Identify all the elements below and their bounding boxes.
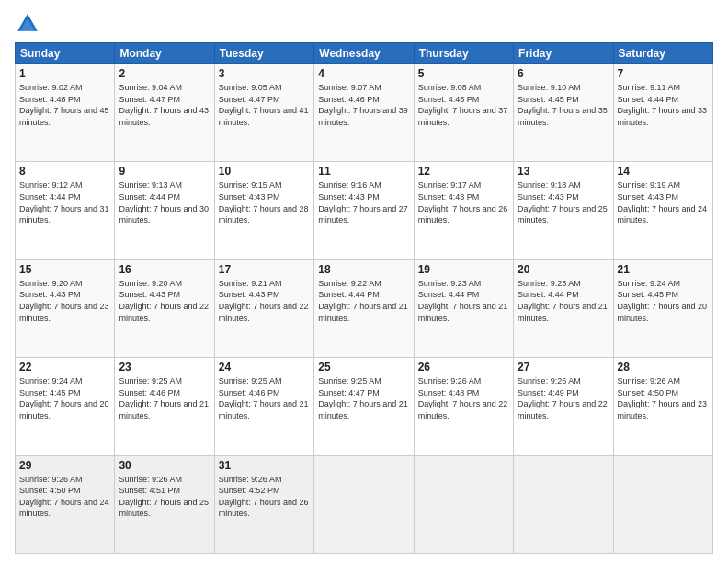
cell-info: Sunrise: 9:26 AMSunset: 4:50 PMDaylight:… — [19, 474, 110, 520]
day-number: 17 — [219, 263, 310, 276]
day-number: 9 — [119, 165, 210, 178]
cell-info: Sunrise: 9:11 AMSunset: 4:44 PMDaylight:… — [618, 82, 709, 128]
day-number: 8 — [19, 165, 110, 178]
calendar-week-row: 29Sunrise: 9:26 AMSunset: 4:50 PMDayligh… — [16, 455, 713, 553]
calendar-cell: 26Sunrise: 9:26 AMSunset: 4:48 PMDayligh… — [414, 358, 513, 455]
day-number: 18 — [318, 263, 409, 276]
day-number: 2 — [119, 67, 210, 80]
cell-info: Sunrise: 9:22 AMSunset: 4:44 PMDaylight:… — [318, 278, 409, 324]
day-number: 5 — [418, 67, 509, 80]
cell-info: Sunrise: 9:10 AMSunset: 4:45 PMDaylight:… — [518, 82, 609, 128]
day-header: Friday — [514, 43, 613, 64]
cell-info: Sunrise: 9:25 AMSunset: 4:47 PMDaylight:… — [318, 375, 409, 421]
calendar-cell: 6Sunrise: 9:10 AMSunset: 4:45 PMDaylight… — [514, 64, 613, 162]
day-number: 19 — [418, 263, 509, 276]
calendar-week-row: 1Sunrise: 9:02 AMSunset: 4:48 PMDaylight… — [16, 64, 713, 162]
cell-info: Sunrise: 9:18 AMSunset: 4:43 PMDaylight:… — [518, 179, 609, 225]
cell-info: Sunrise: 9:23 AMSunset: 4:44 PMDaylight:… — [518, 278, 609, 324]
day-number: 12 — [418, 165, 509, 178]
calendar-cell: 9Sunrise: 9:13 AMSunset: 4:44 PMDaylight… — [115, 162, 214, 259]
calendar-cell: 12Sunrise: 9:17 AMSunset: 4:43 PMDayligh… — [414, 162, 513, 259]
calendar: SundayMondayTuesdayWednesdayThursdayFrid… — [15, 42, 713, 554]
day-number: 26 — [418, 361, 509, 373]
day-number: 25 — [318, 361, 409, 373]
cell-info: Sunrise: 9:26 AMSunset: 4:52 PMDaylight:… — [219, 474, 310, 520]
cell-info: Sunrise: 9:20 AMSunset: 4:43 PMDaylight:… — [119, 278, 210, 324]
calendar-cell: 14Sunrise: 9:19 AMSunset: 4:43 PMDayligh… — [613, 162, 712, 259]
day-header: Thursday — [414, 43, 513, 64]
calendar-cell: 16Sunrise: 9:20 AMSunset: 4:43 PMDayligh… — [115, 259, 214, 357]
calendar-cell: 18Sunrise: 9:22 AMSunset: 4:44 PMDayligh… — [314, 259, 414, 357]
logo-icon — [15, 11, 40, 37]
calendar-cell: 13Sunrise: 9:18 AMSunset: 4:43 PMDayligh… — [514, 162, 613, 259]
day-number: 13 — [518, 165, 609, 178]
calendar-cell: 8Sunrise: 9:12 AMSunset: 4:44 PMDaylight… — [16, 162, 115, 259]
cell-info: Sunrise: 9:07 AMSunset: 4:46 PMDaylight:… — [318, 82, 409, 128]
day-number: 30 — [119, 459, 210, 472]
cell-info: Sunrise: 9:25 AMSunset: 4:46 PMDaylight:… — [119, 375, 210, 421]
calendar-cell: 22Sunrise: 9:24 AMSunset: 4:45 PMDayligh… — [16, 358, 115, 455]
calendar-cell: 5Sunrise: 9:08 AMSunset: 4:45 PMDaylight… — [414, 64, 513, 162]
calendar-cell: 27Sunrise: 9:26 AMSunset: 4:49 PMDayligh… — [514, 358, 613, 455]
day-number: 3 — [219, 67, 310, 80]
cell-info: Sunrise: 9:26 AMSunset: 4:50 PMDaylight:… — [618, 375, 709, 421]
calendar-cell: 19Sunrise: 9:23 AMSunset: 4:44 PMDayligh… — [414, 259, 513, 357]
cell-info: Sunrise: 9:24 AMSunset: 4:45 PMDaylight:… — [618, 278, 709, 324]
calendar-cell: 1Sunrise: 9:02 AMSunset: 4:48 PMDaylight… — [16, 64, 115, 162]
cell-info: Sunrise: 9:15 AMSunset: 4:43 PMDaylight:… — [219, 179, 310, 225]
calendar-cell: 25Sunrise: 9:25 AMSunset: 4:47 PMDayligh… — [314, 358, 414, 455]
calendar-cell: 2Sunrise: 9:04 AMSunset: 4:47 PMDaylight… — [115, 64, 214, 162]
cell-info: Sunrise: 9:26 AMSunset: 4:48 PMDaylight:… — [418, 375, 509, 421]
cell-info: Sunrise: 9:16 AMSunset: 4:43 PMDaylight:… — [318, 179, 409, 225]
day-number: 1 — [19, 67, 110, 80]
calendar-cell: 11Sunrise: 9:16 AMSunset: 4:43 PMDayligh… — [314, 162, 414, 259]
calendar-cell: 17Sunrise: 9:21 AMSunset: 4:43 PMDayligh… — [214, 259, 313, 357]
calendar-cell — [514, 455, 613, 553]
cell-info: Sunrise: 9:04 AMSunset: 4:47 PMDaylight:… — [119, 82, 210, 128]
calendar-cell: 24Sunrise: 9:25 AMSunset: 4:46 PMDayligh… — [214, 358, 313, 455]
day-number: 29 — [19, 459, 110, 472]
day-number: 21 — [618, 263, 709, 276]
cell-info: Sunrise: 9:24 AMSunset: 4:45 PMDaylight:… — [19, 375, 110, 421]
calendar-cell: 21Sunrise: 9:24 AMSunset: 4:45 PMDayligh… — [613, 259, 712, 357]
calendar-cell: 23Sunrise: 9:25 AMSunset: 4:46 PMDayligh… — [115, 358, 214, 455]
day-number: 28 — [618, 361, 709, 373]
day-number: 10 — [219, 165, 310, 178]
header — [15, 11, 713, 37]
day-number: 11 — [318, 165, 409, 178]
calendar-cell: 3Sunrise: 9:05 AMSunset: 4:47 PMDaylight… — [214, 64, 313, 162]
calendar-cell: 15Sunrise: 9:20 AMSunset: 4:43 PMDayligh… — [16, 259, 115, 357]
calendar-cell — [613, 455, 712, 553]
calendar-cell — [414, 455, 513, 553]
cell-info: Sunrise: 9:13 AMSunset: 4:44 PMDaylight:… — [119, 179, 210, 225]
cell-info: Sunrise: 9:25 AMSunset: 4:46 PMDaylight:… — [219, 375, 310, 421]
day-header: Saturday — [613, 43, 712, 64]
page: SundayMondayTuesdayWednesdayThursdayFrid… — [0, 0, 728, 563]
cell-info: Sunrise: 9:02 AMSunset: 4:48 PMDaylight:… — [19, 82, 110, 128]
day-number: 7 — [618, 67, 709, 80]
day-number: 31 — [219, 459, 310, 472]
cell-info: Sunrise: 9:26 AMSunset: 4:51 PMDaylight:… — [119, 474, 210, 520]
calendar-cell: 31Sunrise: 9:26 AMSunset: 4:52 PMDayligh… — [214, 455, 313, 553]
calendar-cell: 4Sunrise: 9:07 AMSunset: 4:46 PMDaylight… — [314, 64, 414, 162]
day-number: 22 — [19, 361, 110, 373]
calendar-week-row: 8Sunrise: 9:12 AMSunset: 4:44 PMDaylight… — [16, 162, 713, 259]
day-number: 14 — [618, 165, 709, 178]
day-header: Sunday — [16, 43, 115, 64]
day-number: 6 — [518, 67, 609, 80]
day-number: 27 — [518, 361, 609, 373]
calendar-cell: 20Sunrise: 9:23 AMSunset: 4:44 PMDayligh… — [514, 259, 613, 357]
cell-info: Sunrise: 9:26 AMSunset: 4:49 PMDaylight:… — [518, 375, 609, 421]
calendar-week-row: 22Sunrise: 9:24 AMSunset: 4:45 PMDayligh… — [16, 358, 713, 455]
cell-info: Sunrise: 9:23 AMSunset: 4:44 PMDaylight:… — [418, 278, 509, 324]
calendar-header-row: SundayMondayTuesdayWednesdayThursdayFrid… — [16, 43, 713, 64]
cell-info: Sunrise: 9:08 AMSunset: 4:45 PMDaylight:… — [418, 82, 509, 128]
calendar-cell: 29Sunrise: 9:26 AMSunset: 4:50 PMDayligh… — [16, 455, 115, 553]
day-header: Wednesday — [314, 43, 414, 64]
day-number: 20 — [518, 263, 609, 276]
calendar-week-row: 15Sunrise: 9:20 AMSunset: 4:43 PMDayligh… — [16, 259, 713, 357]
logo — [15, 11, 44, 37]
day-number: 15 — [19, 263, 110, 276]
calendar-body: 1Sunrise: 9:02 AMSunset: 4:48 PMDaylight… — [16, 64, 713, 554]
day-number: 4 — [318, 67, 409, 80]
